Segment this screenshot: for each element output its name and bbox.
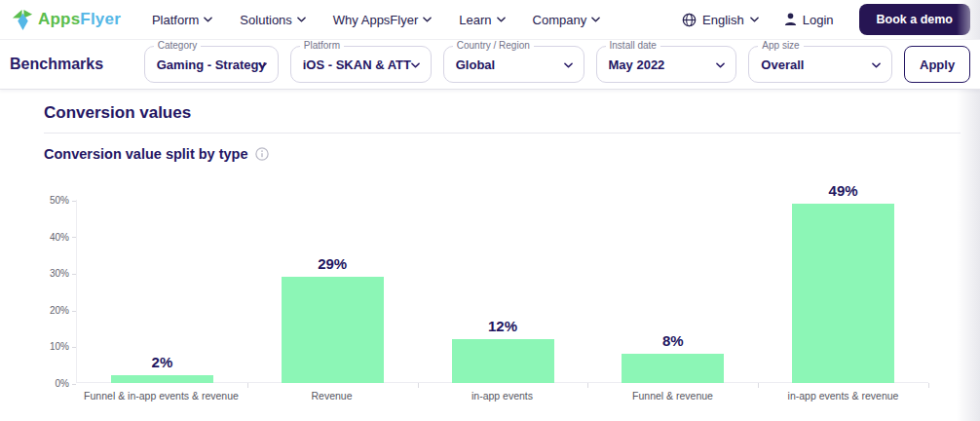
- login-button[interactable]: Login: [784, 13, 834, 27]
- bar-value-label: 49%: [758, 182, 928, 199]
- y-tick-label: 50%: [50, 195, 76, 206]
- nav-item-label: Platform: [152, 13, 199, 27]
- filter-category-value: Gaming - Strategy: [157, 57, 266, 72]
- y-tick-label: 10%: [50, 341, 76, 352]
- bar-funnel-in-app-events-revenue: [111, 375, 213, 383]
- filter-install-date-label: Install date: [606, 40, 660, 51]
- y-tick-label: 30%: [50, 268, 76, 279]
- user-icon: [784, 13, 797, 26]
- filter-app-size-select[interactable]: App size Overall: [748, 46, 892, 83]
- x-category-label: Funnel & in-app events & revenue: [76, 390, 246, 402]
- globe-icon: [682, 13, 697, 27]
- nav-item-company[interactable]: Company: [519, 13, 615, 27]
- nav-item-why-appsflyer[interactable]: Why AppsFlyer: [320, 13, 445, 27]
- main-content: Conversion values Conversion value split…: [0, 90, 980, 402]
- appsflyer-logo-icon: [12, 9, 34, 31]
- bar-slot: 49%: [758, 200, 928, 383]
- section-title: Conversion values: [44, 103, 961, 123]
- chevron-down-icon: [872, 62, 881, 68]
- language-selector[interactable]: English: [682, 13, 759, 27]
- nav-right: English Login Book a demo: [682, 4, 970, 35]
- chart-title-row: Conversion value split by type: [44, 145, 961, 163]
- filter-platform-label: Platform: [300, 40, 344, 51]
- x-category-label: Funnel & revenue: [587, 390, 758, 402]
- chevron-down-icon: [716, 62, 725, 68]
- bar-in-app-events-revenue: [792, 204, 894, 383]
- chevron-down-icon: [258, 62, 267, 68]
- bar-funnel-revenue: [622, 354, 724, 383]
- bar-slot: 2%: [77, 200, 247, 383]
- filter-app-size-value: Overall: [761, 57, 804, 72]
- chevron-down-icon: [204, 17, 212, 22]
- appsflyer-logo[interactable]: AppsFlyer: [12, 9, 121, 31]
- nav-item-learn[interactable]: Learn: [445, 13, 518, 27]
- y-tick-label: 40%: [50, 232, 76, 243]
- nav-item-label: Why AppsFlyer: [333, 13, 418, 27]
- nav-item-label: Solutions: [240, 13, 291, 27]
- y-tick-label: 20%: [50, 305, 76, 316]
- bar-slot: 8%: [587, 200, 758, 383]
- apply-button[interactable]: Apply: [904, 46, 970, 83]
- nav-item-platform[interactable]: Platform: [138, 13, 226, 27]
- benchmarks-filter-bar: Benchmarks Category Gaming - Strategy Pl…: [0, 39, 980, 90]
- chevron-down-icon: [411, 62, 420, 68]
- benchmarks-title: Benchmarks: [10, 56, 144, 73]
- language-label: English: [702, 13, 744, 27]
- nav-item-solutions[interactable]: Solutions: [226, 13, 319, 27]
- filter-install-date-value: May 2022: [609, 57, 665, 72]
- chevron-down-icon: [423, 17, 432, 22]
- bar-value-label: 8%: [587, 332, 758, 349]
- chart-y-axis: 0% 10% 20% 30% 40% 50%: [44, 200, 76, 383]
- nav-item-label: Company: [533, 13, 587, 27]
- section-divider: [44, 133, 961, 134]
- x-category-label: Revenue: [246, 390, 417, 402]
- x-category-label: in-app events: [417, 390, 587, 402]
- book-demo-button[interactable]: Book a demo: [859, 4, 971, 35]
- login-label: Login: [803, 13, 834, 27]
- bar-value-label: 29%: [247, 255, 418, 272]
- bar-chart: 0% 10% 20% 30% 40% 50% 2% 29% 12%: [44, 200, 961, 383]
- nav-menu: Platform Solutions Why AppsFlyer Learn C…: [138, 13, 614, 27]
- filter-category-select[interactable]: Category Gaming - Strategy: [144, 46, 279, 83]
- filter-app-size-label: App size: [758, 40, 803, 51]
- filter-platform-select[interactable]: Platform iOS - SKAN & ATT: [290, 46, 432, 83]
- bar-value-label: 12%: [418, 318, 588, 334]
- page: AppsFlyer Platform Solutions Why AppsFly…: [0, 0, 980, 421]
- bar-revenue: [282, 277, 384, 383]
- chevron-down-icon: [591, 17, 600, 22]
- filter-install-date-select[interactable]: Install date May 2022: [596, 46, 737, 83]
- filter-platform-value: iOS - SKAN & ATT: [303, 57, 411, 72]
- filter-country-select[interactable]: Country / Region Global: [443, 46, 584, 83]
- bar-value-label: 2%: [77, 354, 247, 370]
- chart-x-axis-labels: Funnel & in-app events & revenue Revenue…: [76, 390, 961, 402]
- filter-category-label: Category: [154, 40, 202, 51]
- chevron-down-icon: [297, 17, 306, 22]
- bar-slot: 12%: [418, 200, 588, 383]
- chart-title: Conversion value split by type: [44, 145, 248, 163]
- appsflyer-logo-text: AppsFlyer: [38, 10, 121, 29]
- chevron-down-icon: [750, 17, 759, 22]
- bar-in-app-events: [452, 339, 554, 383]
- filter-country-value: Global: [456, 57, 495, 72]
- filter-country-label: Country / Region: [453, 40, 534, 51]
- chevron-down-icon: [497, 17, 506, 22]
- nav-item-label: Learn: [459, 13, 491, 27]
- y-tick-label: 0%: [56, 378, 76, 389]
- bar-slot: 29%: [247, 200, 418, 383]
- chart-plot-area: 2% 29% 12% 8% 49%: [76, 200, 928, 383]
- top-navigation: AppsFlyer Platform Solutions Why AppsFly…: [0, 0, 980, 39]
- info-circle-icon[interactable]: [255, 147, 269, 161]
- x-category-label: in-app events & revenue: [758, 390, 928, 402]
- chevron-down-icon: [564, 62, 573, 68]
